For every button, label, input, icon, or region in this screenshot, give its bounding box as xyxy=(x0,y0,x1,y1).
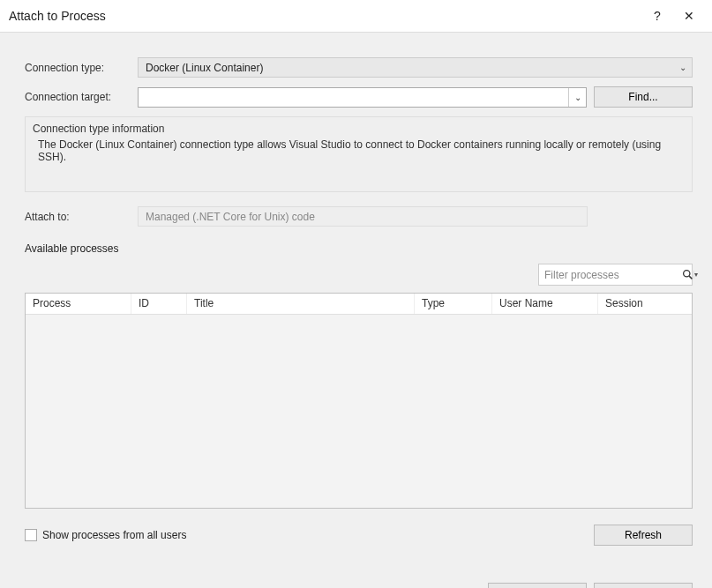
attach-to-value: Managed (.NET Core for Unix) code xyxy=(146,211,315,223)
cancel-button[interactable]: Cancel xyxy=(594,583,693,588)
show-all-users-checkbox[interactable] xyxy=(25,529,37,541)
connection-type-row: Connection type: Docker (Linux Container… xyxy=(25,57,693,78)
attach-to-label: Attach to: xyxy=(25,211,138,223)
titlebar: Attach to Process ? ✕ xyxy=(0,0,712,33)
connection-info-box: Connection type information The Docker (… xyxy=(25,116,693,192)
dialog-title: Attach to Process xyxy=(9,9,641,23)
svg-point-0 xyxy=(684,271,690,277)
filter-row: ▾ xyxy=(25,264,693,286)
connection-target-dropdown[interactable]: ⌄ xyxy=(568,88,586,107)
chevron-down-icon: ⌄ xyxy=(679,63,686,72)
col-title[interactable]: Title xyxy=(187,294,415,314)
connection-type-value: Docker (Linux Container) xyxy=(146,62,263,74)
attach-button[interactable]: Attach xyxy=(488,583,587,588)
filter-dropdown[interactable]: ▾ xyxy=(693,271,698,279)
dialog-content: Connection type: Docker (Linux Container… xyxy=(0,33,712,583)
show-all-users-label[interactable]: Show processes from all users xyxy=(42,529,186,541)
grid-header: Process ID Title Type User Name Session xyxy=(26,294,692,315)
dialog-footer: Attach Cancel xyxy=(0,583,712,588)
chevron-down-icon: ⌄ xyxy=(574,93,581,102)
connection-info-title: Connection type information xyxy=(33,123,685,135)
close-button[interactable]: ✕ xyxy=(673,5,705,26)
help-button[interactable]: ? xyxy=(641,5,673,26)
available-processes-label: Available processes xyxy=(25,242,693,255)
filter-box[interactable]: ▾ xyxy=(538,264,693,286)
filter-input[interactable] xyxy=(539,269,682,281)
find-button[interactable]: Find... xyxy=(594,86,693,108)
col-process[interactable]: Process xyxy=(26,294,131,314)
processes-grid[interactable]: Process ID Title Type User Name Session xyxy=(25,293,693,509)
col-type[interactable]: Type xyxy=(415,294,492,314)
attach-to-row: Attach to: Managed (.NET Core for Unix) … xyxy=(25,206,693,227)
connection-target-row: Connection target: ⌄ Find... xyxy=(25,86,693,108)
connection-info-body: The Docker (Linux Container) connection … xyxy=(33,138,685,163)
connection-type-label: Connection type: xyxy=(25,62,138,74)
search-icon[interactable] xyxy=(682,269,693,280)
col-session[interactable]: Session xyxy=(598,294,692,314)
col-id[interactable]: ID xyxy=(131,294,187,314)
connection-type-select[interactable]: Docker (Linux Container) ⌄ xyxy=(138,57,693,78)
under-grid-row: Show processes from all users Refresh xyxy=(25,525,693,546)
connection-target-input[interactable] xyxy=(139,88,568,107)
refresh-button[interactable]: Refresh xyxy=(594,525,693,546)
col-username[interactable]: User Name xyxy=(492,294,598,314)
attach-to-field: Managed (.NET Core for Unix) code xyxy=(138,206,588,227)
connection-target-label: Connection target: xyxy=(25,91,138,103)
svg-line-1 xyxy=(689,276,692,279)
connection-target-combo[interactable]: ⌄ xyxy=(138,87,587,108)
